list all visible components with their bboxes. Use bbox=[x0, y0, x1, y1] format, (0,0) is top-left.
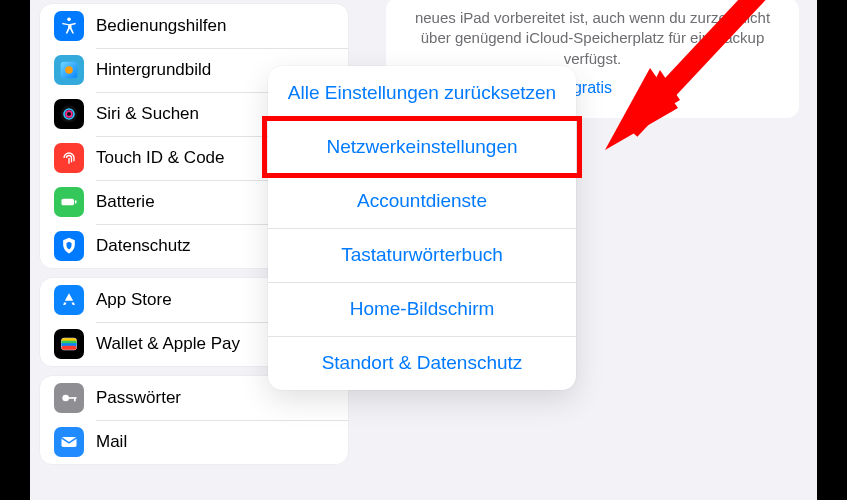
siri-icon bbox=[54, 99, 84, 129]
key-icon bbox=[54, 383, 84, 413]
svg-rect-7 bbox=[75, 200, 77, 203]
sidebar-item-label: Siri & Suchen bbox=[96, 104, 199, 124]
svg-rect-15 bbox=[74, 397, 76, 401]
reset-option-4[interactable]: Home-Bildschirm bbox=[268, 282, 576, 336]
sidebar-item-label: Hintergrundbild bbox=[96, 60, 211, 80]
sidebar-item-label: Mail bbox=[96, 432, 127, 452]
wallpaper-icon bbox=[54, 55, 84, 85]
sidebar-item-accessibility[interactable]: Bedienungshilfen bbox=[40, 4, 348, 48]
reset-action-sheet: Alle Einstellungen zurücksetzenNetzwerke… bbox=[268, 66, 576, 390]
reset-option-5[interactable]: Standort & Datenschutz bbox=[268, 336, 576, 390]
battery-icon bbox=[54, 187, 84, 217]
svg-point-0 bbox=[67, 18, 71, 22]
reset-option-2[interactable]: Accountdienste bbox=[268, 174, 576, 228]
sidebar-item-mail[interactable]: Mail bbox=[40, 420, 348, 464]
svg-point-13 bbox=[62, 395, 69, 402]
fingerprint-icon bbox=[54, 143, 84, 173]
accessibility-icon bbox=[54, 11, 84, 41]
privacy-icon bbox=[54, 231, 84, 261]
reset-option-3[interactable]: Tastaturwörterbuch bbox=[268, 228, 576, 282]
screen: BedienungshilfenHintergrundbildSiri & Su… bbox=[30, 0, 817, 500]
sidebar-item-label: Passwörter bbox=[96, 388, 181, 408]
sidebar-item-label: Datenschutz bbox=[96, 236, 191, 256]
reset-option-0[interactable]: Alle Einstellungen zurücksetzen bbox=[268, 66, 576, 120]
info-text: neues iPad vorbereitet ist, auch wenn du… bbox=[408, 8, 777, 69]
device-frame: BedienungshilfenHintergrundbildSiri & Su… bbox=[0, 0, 847, 500]
mail-icon bbox=[54, 427, 84, 457]
appstore-icon bbox=[54, 285, 84, 315]
reset-option-1[interactable]: Netzwerkeinstellungen bbox=[268, 120, 576, 174]
sidebar-item-label: App Store bbox=[96, 290, 172, 310]
info-link[interactable]: gratis bbox=[573, 77, 612, 99]
sidebar-item-label: Batterie bbox=[96, 192, 155, 212]
svg-point-2 bbox=[65, 66, 73, 74]
sidebar-item-label: Wallet & Apple Pay bbox=[96, 334, 240, 354]
wallet-icon bbox=[54, 329, 84, 359]
svg-rect-6 bbox=[62, 199, 75, 206]
svg-rect-12 bbox=[62, 346, 77, 350]
sidebar-item-label: Bedienungshilfen bbox=[96, 16, 226, 36]
sidebar-item-label: Touch ID & Code bbox=[96, 148, 225, 168]
